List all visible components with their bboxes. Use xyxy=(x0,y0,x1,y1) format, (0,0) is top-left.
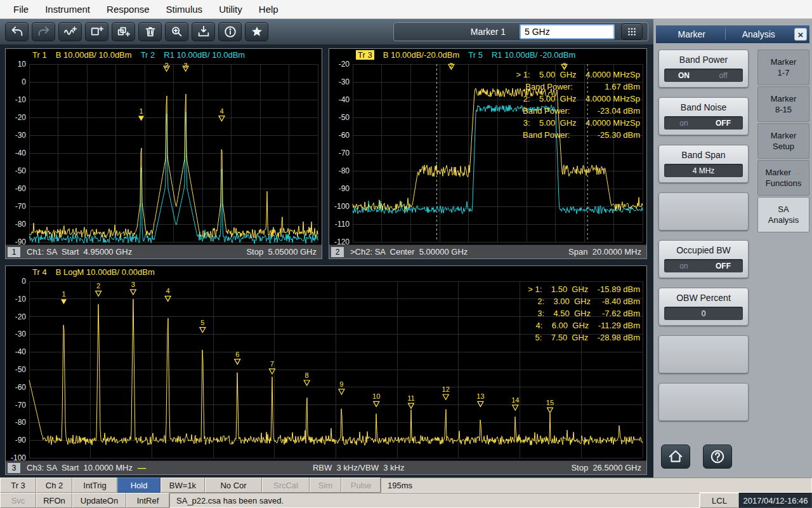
trace-title[interactable]: R1 10.00dB/ -20.0dBm xyxy=(492,50,575,60)
softkey-occupied-bw[interactable]: Occupied BWonOFF xyxy=(658,240,749,278)
softkey-band-span[interactable]: Band Span4 MHz xyxy=(658,145,749,183)
marker-8[interactable] xyxy=(304,380,310,385)
keypad-icon[interactable] xyxy=(621,23,643,40)
menu-help[interactable]: Help xyxy=(251,1,287,17)
y-tick-label: 0 xyxy=(22,278,26,286)
y-tick-label: -10 xyxy=(15,95,27,104)
y-tick-label: -30 xyxy=(15,330,27,338)
tab-line2: Setup xyxy=(773,141,794,152)
marker-14[interactable] xyxy=(513,405,518,410)
status-inttrig[interactable]: IntTrig xyxy=(72,478,117,493)
marker-1[interactable] xyxy=(138,116,144,121)
marker-10[interactable] xyxy=(374,401,379,406)
trace-title[interactable]: B 10.00dB/ 10.0dBm xyxy=(56,50,132,60)
y-tick-label: -50 xyxy=(15,365,27,374)
marker-9[interactable] xyxy=(339,389,344,394)
add-trace-icon[interactable] xyxy=(58,22,82,41)
status-ch-2[interactable]: Ch 2 xyxy=(36,478,72,493)
toggle-off-label: OFF xyxy=(704,262,743,271)
copy-channel-icon[interactable] xyxy=(112,22,135,41)
panel-header: Marker Analysis × xyxy=(656,25,809,43)
trace-title[interactable]: R1 10.00dB/ 10.0dBm xyxy=(164,50,245,60)
softkey-state: onOFF xyxy=(664,259,743,272)
status-hold[interactable]: Hold xyxy=(117,478,160,493)
status-updateon[interactable]: UpdateOn xyxy=(72,493,126,508)
chart2-header: Tr 3B 10.00dB/-20.0dBmTr 5R1 10.00dB/ -2… xyxy=(329,49,646,61)
softkey-state: onOFF xyxy=(664,116,743,130)
info-icon[interactable] xyxy=(218,22,242,41)
marker-number: 10 xyxy=(372,392,380,400)
y-tick-label: -10 xyxy=(15,295,27,304)
chart3-header: Tr 4B LogM 10.00dB/ 0.00dBm xyxy=(6,266,646,278)
trace-title[interactable]: Tr 3 xyxy=(356,50,374,60)
softkey-band-power[interactable]: Band PowerONoff xyxy=(658,50,749,88)
marker-12[interactable] xyxy=(443,394,449,399)
marker-6[interactable] xyxy=(235,359,240,364)
status-intref[interactable]: IntRef xyxy=(126,493,169,508)
home-icon[interactable] xyxy=(661,444,690,469)
marker-3[interactable] xyxy=(130,290,136,295)
chart2-plot[interactable]: -20-30-40-50-60-70-80-90-100-110-12023> … xyxy=(329,61,646,244)
y-tick-label: -80 xyxy=(15,220,27,229)
marker-number: 3 xyxy=(131,281,135,288)
help-icon[interactable] xyxy=(703,444,732,469)
menu-stimulus[interactable]: Stimulus xyxy=(158,1,211,17)
trace-title[interactable]: Tr 4 xyxy=(32,267,47,277)
marker-number: 6 xyxy=(235,351,239,358)
marker-13[interactable] xyxy=(478,401,483,406)
status-lcl[interactable]: LCL xyxy=(700,493,739,508)
menu-utility[interactable]: Utility xyxy=(211,1,251,17)
trace-title[interactable]: B 10.00dB/-20.0dBm xyxy=(383,50,460,60)
y-tick-label: -80 xyxy=(15,418,27,427)
menu-file[interactable]: File xyxy=(5,1,37,17)
softkey-obw-percent[interactable]: OBW Percent0 xyxy=(658,288,749,326)
panel-tab-analysis[interactable]: Analysis xyxy=(726,29,792,39)
marker-value-input[interactable] xyxy=(520,24,615,39)
tab-sa-analysis[interactable]: SAAnalysis xyxy=(757,197,809,232)
tab-marker-1-7[interactable]: Marker1-7 xyxy=(757,50,809,85)
chart1-plot[interactable]: 100-10-20-30-40-50-60-70-80-901234 xyxy=(6,61,322,244)
plot-svg[interactable]: 100-10-20-30-40-50-60-70-80-901234 xyxy=(6,61,322,244)
status-tr-3[interactable]: Tr 3 xyxy=(0,478,36,493)
menu-instrument[interactable]: Instrument xyxy=(37,1,98,17)
favorites-icon[interactable] xyxy=(245,22,268,41)
trace-title[interactable]: B LogM 10.00dB/ 0.00dBm xyxy=(56,267,155,277)
y-tick-label: -50 xyxy=(15,166,27,175)
zoom-in-icon[interactable] xyxy=(165,22,188,41)
trace-title[interactable]: Tr 5 xyxy=(468,50,483,60)
marker-4[interactable] xyxy=(219,116,225,121)
tab-marker-8-15[interactable]: Marker8-15 xyxy=(757,86,809,122)
y-tick-label: -60 xyxy=(339,131,350,140)
delete-icon[interactable] xyxy=(138,22,162,41)
softkey-band-noise[interactable]: Band NoiseonOFF xyxy=(658,97,749,135)
status-bw-1k[interactable]: BW=1k xyxy=(160,478,205,493)
y-tick-label: -70 xyxy=(15,202,27,211)
add-window-icon[interactable] xyxy=(85,22,108,41)
menu-response[interactable]: Response xyxy=(98,1,158,17)
tab-line2: 1-7 xyxy=(778,67,790,78)
y-tick-label: -100 xyxy=(11,453,26,460)
trace-title[interactable]: Tr 1 xyxy=(32,50,47,60)
y-tick-label: -60 xyxy=(15,383,27,392)
close-icon[interactable]: × xyxy=(794,28,807,41)
marker-15[interactable] xyxy=(547,408,553,413)
chart3-plot[interactable]: 0-10-20-30-40-50-60-70-80-90-10012345678… xyxy=(6,278,646,460)
marker-5[interactable] xyxy=(200,328,206,333)
marker-2[interactable] xyxy=(96,291,102,296)
marker-11[interactable] xyxy=(408,403,414,408)
tab-marker-functions[interactable]: Marker →Functions xyxy=(757,160,809,196)
panel-body: Band PowerONoffBand NoiseonOFFBand Span4… xyxy=(653,50,812,431)
undo-icon[interactable] xyxy=(5,22,29,41)
save-icon[interactable] xyxy=(192,22,215,41)
sa-window-3: Tr 4B LogM 10.00dB/ 0.00dBm 0-10-20-30-4… xyxy=(5,265,647,475)
tab-marker-setup[interactable]: MarkerSetup xyxy=(757,123,809,159)
status-rfon[interactable]: RFOn xyxy=(36,493,72,508)
y-tick-label: -30 xyxy=(339,77,350,86)
toggle-on-label: on xyxy=(664,119,704,128)
footer-right: Stop 26.5000 GHz xyxy=(571,463,641,472)
trace-title[interactable]: Tr 2 xyxy=(141,50,155,60)
panel-tab-marker[interactable]: Marker xyxy=(658,29,725,39)
marker-1[interactable] xyxy=(61,299,67,304)
status-no-cor[interactable]: No Cor xyxy=(205,478,262,493)
marker-number: 9 xyxy=(339,380,343,388)
